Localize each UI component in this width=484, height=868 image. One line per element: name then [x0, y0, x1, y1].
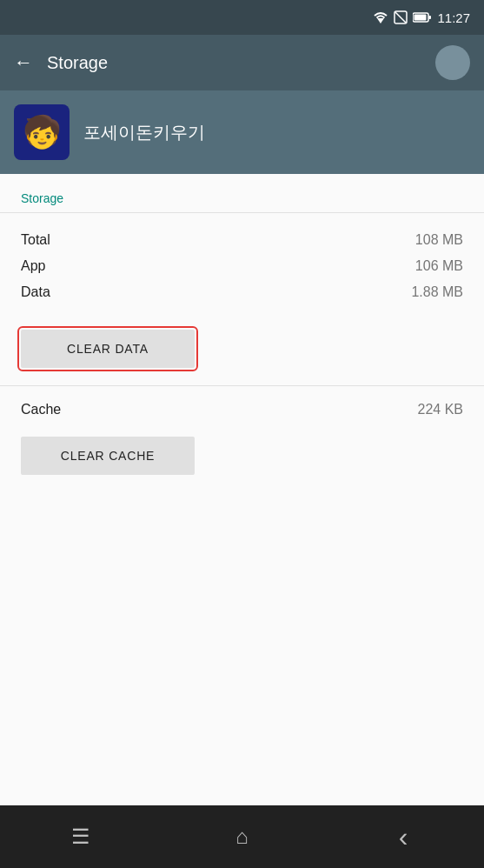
status-time: 11:27	[437, 10, 470, 25]
status-icons: 11:27	[373, 10, 470, 25]
back-nav-icon: ‹	[399, 821, 408, 853]
nav-menu-button[interactable]: ☰	[46, 816, 116, 858]
clear-cache-button-row: CLEAR CACHE	[0, 426, 484, 492]
content-area: Storage Total 108 MB App 106 MB Data 1.8…	[0, 174, 484, 805]
storage-row-app: App 106 MB	[21, 253, 463, 279]
more-button[interactable]	[435, 45, 470, 80]
home-icon: ⌂	[235, 825, 249, 849]
svg-rect-5	[429, 16, 432, 19]
app-name: 포세이돈키우기	[83, 121, 205, 144]
data-label: Data	[21, 284, 50, 300]
total-label: Total	[21, 232, 50, 248]
svg-line-2	[395, 12, 406, 23]
cache-section: Cache 224 KB	[0, 386, 484, 426]
clear-data-button[interactable]: CLEAR DATA	[21, 330, 195, 368]
cache-row: Cache 224 KB	[21, 393, 463, 426]
storage-row-total: Total 108 MB	[21, 227, 463, 253]
signal-icon	[394, 10, 408, 24]
cache-label: Cache	[21, 402, 61, 417]
app-icon: 🧒	[14, 104, 70, 160]
storage-section-header: Storage	[0, 174, 484, 212]
app-label: App	[21, 258, 45, 274]
app-bar-title: Storage	[47, 53, 421, 73]
storage-info: Total 108 MB App 106 MB Data 1.88 MB	[0, 213, 484, 319]
storage-row-data: Data 1.88 MB	[21, 279, 463, 305]
menu-icon: ☰	[71, 825, 90, 849]
cache-value: 224 KB	[418, 402, 463, 417]
app-value: 106 MB	[415, 258, 463, 274]
bottom-nav: ☰ ⌂ ‹	[0, 805, 484, 868]
data-value: 1.88 MB	[411, 284, 463, 300]
svg-marker-0	[377, 18, 384, 23]
clear-cache-button[interactable]: CLEAR CACHE	[21, 437, 195, 475]
total-value: 108 MB	[415, 232, 463, 248]
wifi-icon	[373, 11, 388, 23]
app-header: 🧒 포세이돈키우기	[0, 90, 484, 174]
app-icon-image: 🧒	[23, 114, 62, 150]
back-button[interactable]: ←	[14, 51, 33, 74]
app-bar: ← Storage	[0, 35, 484, 90]
nav-home-button[interactable]: ⌂	[207, 816, 276, 858]
svg-rect-4	[414, 15, 427, 21]
clear-data-button-row: CLEAR DATA	[0, 319, 484, 385]
nav-back-button[interactable]: ‹	[368, 816, 438, 858]
status-bar: 11:27	[0, 0, 484, 35]
battery-icon	[413, 12, 432, 23]
